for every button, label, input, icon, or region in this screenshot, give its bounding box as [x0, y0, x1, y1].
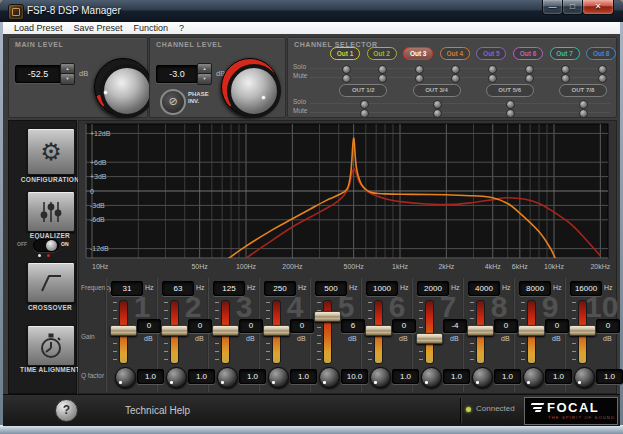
maximize-button[interactable]: □: [562, 0, 583, 15]
pair-out-button-34[interactable]: OUT 3/4: [413, 84, 461, 97]
band-gain-slider-track[interactable]: [425, 300, 434, 364]
band-q-knob[interactable]: [421, 367, 442, 388]
channel-out-button-5[interactable]: Out 5: [476, 47, 506, 60]
band-gain-value[interactable]: 0: [137, 319, 161, 333]
channel-5-mute-button[interactable]: [488, 74, 497, 83]
band-q-knob[interactable]: [370, 367, 391, 388]
minimize-button[interactable]: —: [542, 0, 563, 15]
band-gain-value[interactable]: 0: [596, 319, 620, 333]
channel-7-solo-button[interactable]: [561, 65, 570, 74]
band-gain-slider-handle[interactable]: [314, 311, 341, 322]
time-alignment-button[interactable]: [27, 325, 75, 366]
band-gain-value[interactable]: 0: [545, 319, 569, 333]
main-level-knob[interactable]: [94, 58, 152, 116]
pair-4-solo-button[interactable]: [579, 100, 588, 109]
phase-invert-button[interactable]: ⊘: [160, 89, 186, 115]
band-frequency-value[interactable]: 125: [213, 281, 245, 296]
channel-6-mute-button[interactable]: [525, 74, 534, 83]
configuration-button[interactable]: ⚙: [27, 128, 75, 175]
channel-3-solo-button[interactable]: [415, 65, 424, 74]
band-q-knob[interactable]: [319, 367, 340, 388]
menu-load-preset[interactable]: Load Preset: [14, 23, 63, 33]
band-q-knob[interactable]: [115, 367, 136, 388]
band-gain-slider-handle[interactable]: [416, 333, 443, 344]
menu-function[interactable]: Function: [134, 23, 169, 33]
channel-8-mute-button[interactable]: [598, 74, 607, 83]
menu-help[interactable]: ?: [179, 23, 184, 33]
band-q-value[interactable]: 1.0: [137, 369, 164, 384]
pair-3-solo-button[interactable]: [506, 100, 515, 109]
band-gain-value[interactable]: -4: [443, 319, 467, 333]
band-frequency-value[interactable]: 250: [264, 281, 296, 296]
band-gain-slider-handle[interactable]: [569, 325, 596, 336]
channel-2-solo-button[interactable]: [378, 65, 387, 74]
pair-1-solo-button[interactable]: [360, 100, 369, 109]
channel-2-mute-button[interactable]: [378, 74, 387, 83]
band-q-knob[interactable]: [166, 367, 187, 388]
equalizer-button[interactable]: [27, 191, 75, 232]
close-button[interactable]: ✕: [582, 0, 614, 15]
band-q-knob[interactable]: [268, 367, 289, 388]
channel-1-mute-button[interactable]: [342, 74, 351, 83]
pair-1-mute-button[interactable]: [360, 109, 369, 118]
band-q-knob[interactable]: [574, 367, 595, 388]
pair-4-mute-button[interactable]: [579, 109, 588, 118]
pair-out-button-78[interactable]: OUT 7/8: [559, 84, 607, 97]
band-gain-slider-handle[interactable]: [518, 325, 545, 336]
pair-out-button-12[interactable]: OUT 1/2: [339, 84, 387, 97]
band-q-value[interactable]: 1.0: [596, 369, 623, 384]
band-gain-slider-handle[interactable]: [161, 325, 188, 336]
band-frequency-value[interactable]: 8000: [519, 281, 551, 296]
pair-out-button-56[interactable]: OUT 5/6: [486, 84, 534, 97]
band-gain-value[interactable]: 0: [494, 319, 518, 333]
band-frequency-value[interactable]: 4000: [468, 281, 500, 296]
channel-level-value[interactable]: -3.0: [156, 65, 198, 83]
band-q-value[interactable]: 1.0: [443, 369, 470, 384]
channel-out-button-3[interactable]: Out 3: [403, 47, 433, 60]
band-gain-slider-handle[interactable]: [212, 325, 239, 336]
band-gain-value[interactable]: 0: [239, 319, 263, 333]
pair-2-mute-button[interactable]: [433, 109, 442, 118]
channel-out-button-8[interactable]: Out 8: [586, 47, 616, 60]
band-q-value[interactable]: 1.0: [545, 369, 572, 384]
help-question-icon[interactable]: ?: [55, 399, 78, 422]
band-gain-value[interactable]: 0: [188, 319, 212, 333]
channel-4-solo-button[interactable]: [451, 65, 460, 74]
channel-4-mute-button[interactable]: [451, 74, 460, 83]
channel-out-button-6[interactable]: Out 6: [513, 47, 543, 60]
menu-save-preset[interactable]: Save Preset: [74, 23, 123, 33]
band-gain-value[interactable]: 6: [341, 319, 365, 333]
channel-6-solo-button[interactable]: [525, 65, 534, 74]
band-q-value[interactable]: 1.0: [239, 369, 266, 384]
spinner-down-icon[interactable]: ▼: [60, 73, 75, 85]
band-gain-slider-handle[interactable]: [110, 325, 137, 336]
pair-3-mute-button[interactable]: [506, 109, 515, 118]
band-q-knob[interactable]: [217, 367, 238, 388]
channel-out-button-2[interactable]: Out 2: [367, 47, 397, 60]
band-q-value[interactable]: 1.0: [494, 369, 521, 384]
main-level-spinner[interactable]: ▲ ▼: [60, 63, 73, 84]
channel-7-mute-button[interactable]: [561, 74, 570, 83]
channel-level-spinner[interactable]: ▲ ▼: [197, 63, 210, 84]
channel-3-mute-button[interactable]: [415, 74, 424, 83]
band-q-value[interactable]: 10.0: [341, 369, 368, 384]
band-frequency-value[interactable]: 16000: [570, 281, 602, 296]
spinner-down-icon[interactable]: ▼: [197, 73, 212, 85]
band-frequency-value[interactable]: 31: [111, 281, 143, 296]
band-frequency-value[interactable]: 1000: [366, 281, 398, 296]
band-q-value[interactable]: 1.0: [392, 369, 419, 384]
channel-8-solo-button[interactable]: [598, 65, 607, 74]
band-gain-slider-handle[interactable]: [365, 325, 392, 336]
channel-level-knob[interactable]: [221, 58, 279, 116]
main-level-value[interactable]: -52.5: [15, 65, 61, 83]
band-q-knob[interactable]: [523, 367, 544, 388]
band-frequency-value[interactable]: 500: [315, 281, 347, 296]
channel-out-button-7[interactable]: Out 7: [550, 47, 580, 60]
band-gain-slider-track[interactable]: [323, 300, 332, 364]
title-bar[interactable]: FSP-8 DSP Manager — □ ✕: [0, 0, 623, 22]
band-q-knob[interactable]: [472, 367, 493, 388]
band-gain-slider-handle[interactable]: [263, 325, 290, 336]
channel-5-solo-button[interactable]: [488, 65, 497, 74]
channel-out-button-1[interactable]: Out 1: [330, 47, 360, 60]
technical-help-button[interactable]: ? Technical Help: [55, 399, 195, 421]
